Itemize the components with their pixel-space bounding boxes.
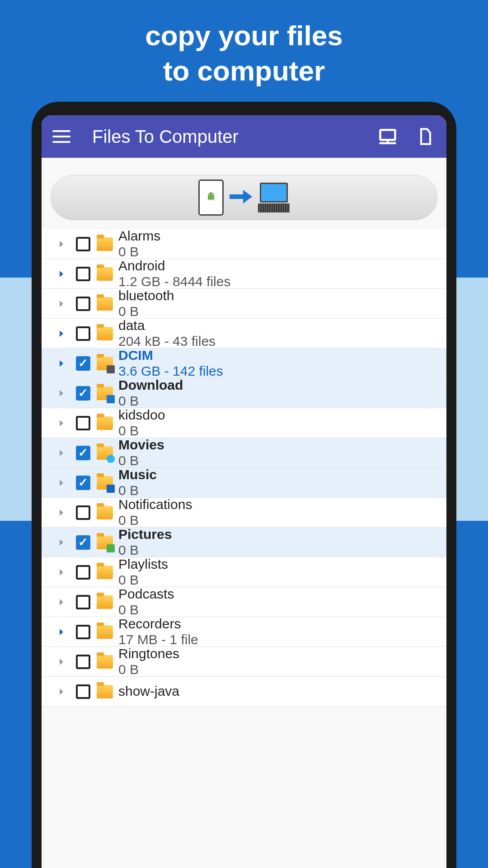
transfer-hero[interactable] [51,175,437,220]
folder-name: Pictures [118,527,172,542]
folder-icon [96,563,114,581]
folder-row[interactable]: Podcasts0 B [42,587,446,617]
chevron-right-icon[interactable] [52,537,70,548]
checkbox[interactable] [74,235,92,253]
folder-subtitle: 0 B [118,483,157,499]
checkbox[interactable] [74,384,92,402]
checkbox[interactable] [74,623,92,641]
folder-row[interactable]: Pictures0 B [42,528,446,557]
folder-icon [96,384,114,402]
folder-row[interactable]: Alarms0 B [42,229,446,259]
folder-row[interactable]: show-java [42,677,446,707]
folder-icon [96,683,114,701]
folder-list[interactable]: Alarms0 BAndroid1.2 GB - 8444 filesbluet… [42,229,446,868]
folder-subtitle: 0 B [118,572,168,588]
computer-icon[interactable] [378,127,398,146]
checkbox[interactable] [74,265,92,283]
folder-row[interactable]: kidsdoo0 B [42,408,446,438]
chevron-right-icon[interactable] [52,686,70,697]
folder-name: Ringtones [118,646,179,662]
checkbox[interactable] [74,653,92,671]
chevron-right-icon[interactable] [52,358,70,369]
folder-subtitle: 17 MB - 1 file [118,632,198,648]
folder-name: Music [118,467,157,483]
folder-name: Recorders [118,616,198,632]
chevron-right-icon[interactable] [52,328,70,339]
folder-row[interactable]: Android1.2 GB - 8444 files [42,259,446,289]
folder-icon [96,623,114,641]
chevron-right-icon[interactable] [52,477,70,488]
folder-icon [96,653,114,671]
svg-point-4 [212,194,213,195]
chevron-right-icon[interactable] [52,269,70,279]
folder-row[interactable]: data204 kB - 43 files [42,319,446,349]
file-icon[interactable] [416,127,436,146]
folder-icon [96,533,114,552]
folder-icon [96,593,114,611]
folder-row[interactable]: Playlists0 B [42,557,446,587]
folder-subtitle: 0 B [118,542,172,558]
folder-name: Playlists [118,557,168,572]
folder-name: Movies [118,437,164,453]
folder-name: kidsdoo [118,407,165,423]
checkbox[interactable] [74,474,92,492]
checkbox[interactable] [74,444,92,462]
chevron-right-icon[interactable] [52,418,70,429]
checkbox[interactable] [74,414,92,432]
chevron-right-icon[interactable] [52,239,70,250]
folder-name: data [118,318,216,334]
checkbox[interactable] [74,325,92,343]
folder-row[interactable]: Notifications0 B [42,498,446,528]
folder-subtitle: 0 B [118,423,165,439]
folder-row[interactable]: Download0 B [42,378,446,408]
checkbox[interactable] [74,504,92,522]
folder-name: Alarms [118,229,160,244]
folder-icon [96,354,114,373]
chevron-right-icon[interactable] [52,388,70,399]
folder-subtitle: 0 B [118,513,192,528]
arrow-right-icon [227,188,254,208]
folder-icon [96,325,114,343]
chevron-right-icon[interactable] [52,298,70,309]
folder-icon [96,444,114,462]
folder-icon [96,295,114,313]
chevron-right-icon[interactable] [52,567,70,578]
checkbox[interactable] [74,533,92,552]
folder-subtitle: 0 B [118,393,183,409]
checkbox[interactable] [74,563,92,581]
folder-icon [96,265,114,283]
folder-subtitle: 3.6 GB - 142 files [118,363,223,379]
promo-line1: copy your files [145,20,343,51]
device-frame: Files To Computer [32,102,456,868]
folder-subtitle: 1.2 GB - 8444 files [118,274,230,290]
folder-name: Android [118,258,230,274]
folder-row[interactable]: DCIM3.6 GB - 142 files [42,349,446,378]
folder-subtitle: 0 B [118,304,174,320]
folder-icon [96,504,114,522]
folder-name: Podcasts [118,586,174,602]
folder-row[interactable]: Movies0 B [42,438,446,468]
checkbox[interactable] [74,593,92,611]
folder-row[interactable]: Recorders17 MB - 1 file [42,617,446,647]
folder-subtitle: 0 B [118,602,174,618]
folder-icon [96,235,114,253]
checkbox[interactable] [74,683,92,701]
checkbox[interactable] [74,354,92,373]
chevron-right-icon[interactable] [52,627,70,637]
chevron-right-icon[interactable] [52,507,70,518]
svg-rect-0 [380,130,395,140]
chevron-right-icon[interactable] [52,597,70,608]
folder-row[interactable]: Ringtones0 B [42,647,446,677]
promo-headline: copy your files to computer [0,0,488,102]
svg-point-3 [209,194,210,195]
folder-name: bluetooth [118,288,174,304]
folder-row[interactable]: bluetooth0 B [42,289,446,319]
folder-row[interactable]: Music0 B [42,468,446,498]
chevron-right-icon[interactable] [52,656,70,667]
menu-icon[interactable] [52,127,70,146]
checkbox[interactable] [74,295,92,313]
folder-icon [96,474,114,492]
folder-name: Notifications [118,497,192,513]
folder-name: DCIM [118,348,223,363]
chevron-right-icon[interactable] [52,448,70,458]
